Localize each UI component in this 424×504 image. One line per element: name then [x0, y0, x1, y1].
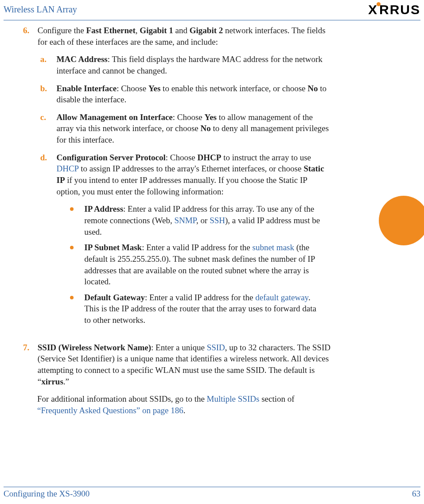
step-6b-marker: b. — [40, 83, 54, 94]
dhcp-link[interactable]: DHCP — [57, 164, 79, 173]
step-7-body: SSID (Wireless Network Name): Enter a un… — [38, 342, 332, 388]
step-6d-marker: d. — [40, 152, 54, 163]
bold-text: Gigabit 1 — [140, 26, 173, 35]
bold-text: MAC Address — [57, 54, 108, 64]
text: .” — [63, 377, 69, 386]
snmp-link[interactable]: SNMP — [174, 216, 196, 225]
step-6-marker: 6. — [23, 25, 35, 36]
bold-text: Default Gateway — [84, 293, 145, 302]
brand-logo: XRRUS — [368, 1, 420, 19]
text: section of — [259, 394, 294, 403]
step-7: 7. SSID (Wireless Network Name): Enter a… — [23, 342, 332, 416]
body-content: 6. Configure the Fast Ethernet, Gigabit … — [23, 25, 332, 416]
logo-dot-icon — [377, 2, 381, 6]
step-6b: b. Enable Interface: Choose Yes to enabl… — [38, 83, 332, 105]
bullet-subnet-mask: IP Subnet Mask: Enter a valid IP address… — [57, 242, 331, 287]
bold-text: IP Subnet Mask — [84, 243, 142, 252]
text: Configure the — [38, 26, 86, 35]
step-7-paragraph-2: For additional information about SSIDs, … — [37, 393, 331, 416]
text: : Enter a valid IP address for the — [145, 293, 255, 302]
ssid-link[interactable]: SSID — [207, 343, 225, 352]
bullet-dot-icon — [70, 296, 74, 299]
ssh-link[interactable]: SSH — [210, 216, 225, 225]
bullet-dot-icon — [70, 207, 74, 211]
bullet-icon — [57, 242, 82, 253]
bullet-ip-address: IP Address: Enter a valid IP address for… — [57, 203, 331, 237]
bold-text: No — [200, 124, 210, 133]
text: : Choose — [117, 84, 148, 93]
bullet-dot-icon — [70, 246, 74, 249]
text: : Choose — [173, 112, 205, 122]
subnet-mask-link[interactable]: subnet mask — [253, 243, 294, 252]
step-7-marker: 7. — [23, 342, 35, 353]
page-header: Wireless LAN Array XRRUS — [0, 3, 424, 20]
text: and — [173, 26, 190, 35]
bold-text: Yes — [148, 84, 160, 93]
step-6-sublist: a. MAC Address: This field displays the … — [38, 54, 332, 330]
step-6d-bullets: IP Address: Enter a valid IP address for… — [57, 203, 331, 326]
document-page: Wireless LAN Array XRRUS 6. Configure th… — [0, 0, 424, 504]
text: , — [136, 26, 140, 35]
bold-text: IP Address — [84, 204, 123, 213]
bold-text: DHCP — [198, 153, 222, 162]
step-6c-body: Allow Management on Interface: Choose Ye… — [57, 112, 331, 146]
text: to instruct the array to use — [221, 153, 311, 162]
bold-text: Yes — [205, 112, 217, 122]
step-6c-marker: c. — [40, 112, 54, 123]
text: : Enter a valid IP address for the — [142, 243, 252, 252]
step-6a-marker: a. — [40, 54, 54, 65]
text: . — [183, 406, 186, 415]
bullet-body: IP Address: Enter a valid IP address for… — [84, 203, 323, 237]
section-marker-icon — [379, 196, 424, 245]
bullet-default-gateway: Default Gateway: Enter a valid IP addres… — [57, 292, 331, 326]
step-6d-body: Configuration Server Protocol: Choose DH… — [57, 152, 331, 330]
faq-link[interactable]: “Frequently Asked Questions” on page 186 — [37, 406, 183, 415]
page-number: 63 — [412, 488, 420, 500]
default-gateway-link[interactable]: default gateway — [255, 293, 308, 302]
text: to assign IP addresses to the array's Et… — [78, 164, 303, 173]
text: , or — [196, 216, 210, 225]
step-6c: c. Allow Management on Interface: Choose… — [38, 112, 332, 146]
step-6a-body: MAC Address: This field displays the har… — [57, 54, 331, 76]
text: if you intend to enter IP addresses manu… — [57, 175, 307, 196]
footer-section-title: Configuring the XS-3900 — [4, 489, 89, 498]
bold-text: Configuration Server Protocol — [57, 153, 166, 162]
step-6: 6. Configure the Fast Ethernet, Gigabit … — [23, 25, 332, 337]
bold-text: Allow Management on Interface — [57, 112, 173, 122]
bold-text: Gigabit 2 — [190, 26, 223, 35]
header-rule — [4, 20, 420, 20]
bullet-icon — [57, 292, 82, 303]
bold-text: No — [307, 84, 318, 93]
bold-text: SSID (Wireless Network Name) — [38, 343, 151, 352]
bullet-body: Default Gateway: Enter a valid IP addres… — [84, 292, 323, 326]
text: to enable this network interface, or cho… — [160, 84, 307, 93]
text: For additional information about SSIDs, … — [37, 394, 207, 403]
page-footer: Configuring the XS-3900 63 — [4, 488, 420, 500]
header-title: Wireless LAN Array — [4, 4, 77, 16]
bold-text: Fast Ethernet — [86, 26, 136, 35]
step-6b-body: Enable Interface: Choose Yes to enable t… — [57, 83, 331, 105]
footer-rule — [4, 487, 420, 487]
step-6-body: Configure the Fast Ethernet, Gigabit 1 a… — [38, 25, 332, 337]
bullet-icon — [57, 203, 82, 215]
bold-text: xirrus — [41, 377, 63, 386]
step-6d: d. Configuration Server Protocol: Choose… — [38, 152, 332, 330]
multiple-ssids-link[interactable]: Multiple SSIDs — [207, 394, 260, 403]
step-6a: a. MAC Address: This field displays the … — [38, 54, 332, 76]
bullet-body: IP Subnet Mask: Enter a valid IP address… — [84, 242, 323, 287]
bold-text: Enable Interface — [57, 84, 117, 93]
text: : Choose — [166, 153, 198, 162]
text: : Enter a unique — [151, 343, 207, 352]
